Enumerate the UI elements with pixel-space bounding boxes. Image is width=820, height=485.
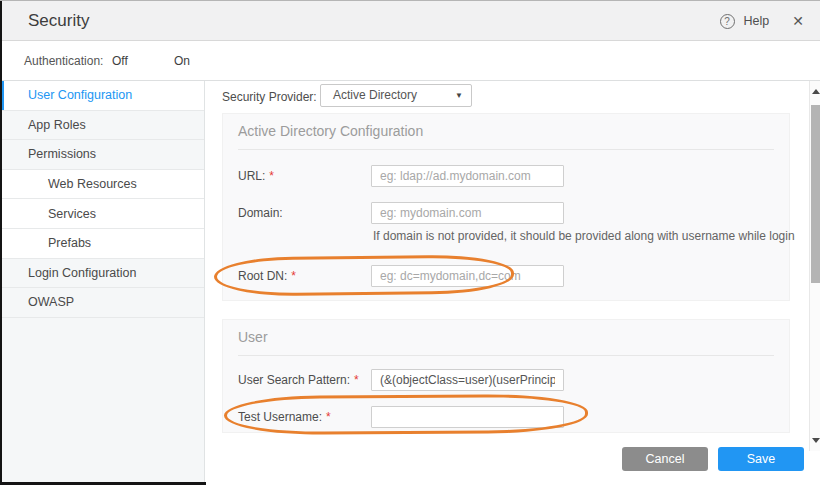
- authentication-label: Authentication:: [24, 54, 103, 68]
- sidebar-item-label: OWASP: [28, 295, 74, 309]
- domain-input[interactable]: [371, 202, 564, 224]
- required-asterisk: *: [354, 373, 359, 387]
- cancel-button[interactable]: Cancel: [622, 447, 708, 471]
- scrollbar-thumb[interactable]: [811, 105, 820, 283]
- toggle-on-label: On: [174, 54, 190, 68]
- url-input[interactable]: [371, 165, 564, 187]
- scroll-up-icon[interactable]: [812, 89, 820, 94]
- authentication-row: Authentication: Off On: [0, 41, 820, 81]
- user-search-pattern-label: User Search Pattern:*: [238, 369, 359, 391]
- root-dn-label: Root DN:*: [238, 265, 296, 287]
- sidebar-item-login-configuration[interactable]: Login Configuration: [0, 259, 204, 289]
- section-divider: [238, 149, 774, 150]
- test-username-label-text: Test Username:: [238, 410, 322, 424]
- sidebar-item-owasp[interactable]: OWASP: [0, 288, 204, 318]
- security-provider-value: Active Directory: [333, 88, 417, 102]
- sidebar-item-label: Web Resources: [48, 177, 137, 191]
- required-asterisk: *: [269, 169, 274, 183]
- sidebar-item-label: Prefabs: [48, 236, 91, 250]
- active-directory-configuration-panel: Active Directory Configuration URL:* Dom…: [222, 113, 790, 301]
- section-title: User: [238, 329, 268, 345]
- window-edge-left: [0, 1, 2, 485]
- main-content: Security Provider: Active Directory ▼ Ac…: [206, 81, 790, 485]
- required-asterisk: *: [291, 269, 296, 283]
- chevron-down-icon: ▼: [455, 85, 463, 106]
- security-provider-dropdown[interactable]: Active Directory ▼: [320, 84, 472, 107]
- url-label-text: URL:: [238, 169, 265, 183]
- domain-hint: If domain is not provided, it should be …: [373, 229, 795, 243]
- close-icon[interactable]: ✕: [792, 13, 804, 29]
- save-button[interactable]: Save: [718, 447, 804, 471]
- help-link[interactable]: Help: [744, 14, 770, 28]
- page-title: Security: [28, 1, 89, 41]
- sidebar-item-permissions[interactable]: Permissions: [0, 140, 204, 170]
- sidebar-item-app-roles[interactable]: App Roles: [0, 111, 204, 141]
- scroll-down-icon[interactable]: [812, 438, 820, 443]
- user-search-pattern-label-text: User Search Pattern:: [238, 373, 350, 387]
- vertical-scrollbar[interactable]: [809, 81, 820, 451]
- sidebar-item-user-configuration[interactable]: User Configuration: [0, 81, 204, 111]
- sidebar-item-prefabs[interactable]: Prefabs: [0, 229, 204, 259]
- toggle-off-label: Off: [112, 54, 128, 68]
- sidebar: User Configuration App Roles Permissions…: [0, 81, 205, 485]
- sidebar-item-label: Login Configuration: [28, 266, 136, 280]
- section-divider: [238, 355, 774, 356]
- root-dn-input[interactable]: [371, 265, 564, 287]
- sidebar-item-label: User Configuration: [28, 88, 132, 102]
- security-dialog: Security ? Help ✕ Authentication: Off On…: [0, 0, 820, 485]
- sidebar-item-services[interactable]: Services: [0, 199, 204, 229]
- sidebar-item-label: Permissions: [28, 147, 96, 161]
- sidebar-item-web-resources[interactable]: Web Resources: [0, 170, 204, 200]
- security-provider-label: Security Provider:: [222, 86, 317, 108]
- domain-label-text: Domain:: [238, 206, 283, 220]
- help-icon[interactable]: ?: [720, 14, 735, 29]
- sidebar-item-label: App Roles: [28, 118, 86, 132]
- root-dn-label-text: Root DN:: [238, 269, 287, 283]
- dialog-header: Security ? Help ✕: [0, 1, 820, 41]
- sidebar-item-label: Services: [48, 207, 96, 221]
- user-search-pattern-input[interactable]: [371, 369, 564, 391]
- section-title: Active Directory Configuration: [238, 123, 423, 139]
- url-label: URL:*: [238, 165, 274, 187]
- required-asterisk: *: [326, 410, 331, 424]
- test-username-input[interactable]: [371, 406, 564, 428]
- test-username-label: Test Username:*: [238, 406, 331, 428]
- domain-label: Domain:: [238, 202, 283, 224]
- user-panel: User User Search Pattern:* Test Username…: [222, 319, 790, 433]
